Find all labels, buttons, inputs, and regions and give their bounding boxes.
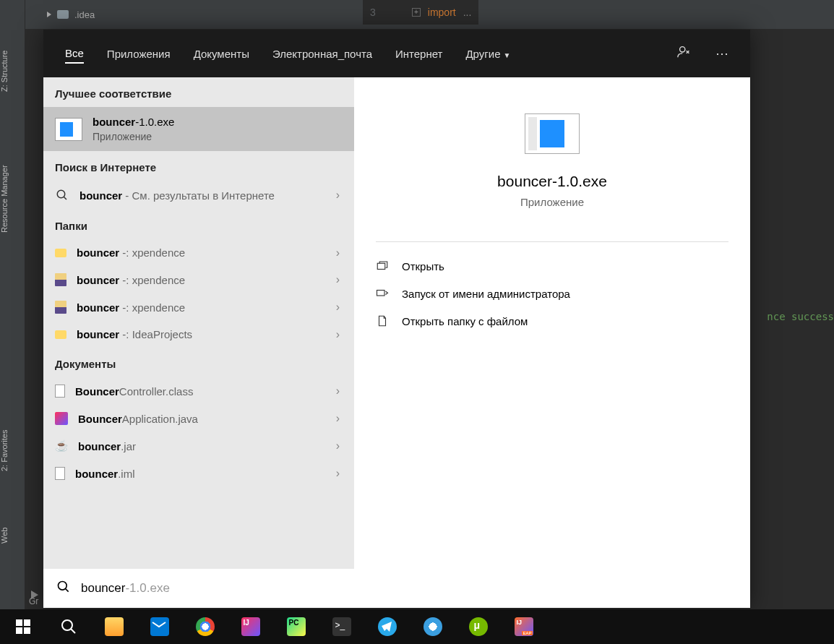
svg-point-4: [59, 581, 67, 590]
chevron-right-icon: ›: [336, 328, 340, 341]
document-result[interactable]: bouncer.iml›: [43, 460, 354, 487]
taskbar-telegram[interactable]: [364, 609, 410, 644]
section-web-search: Поиск в Интернете: [43, 151, 354, 181]
taskbar-mail[interactable]: [137, 609, 182, 644]
document-result[interactable]: ☕bouncer.jar›: [43, 432, 354, 460]
project-tree-folder[interactable]: .idea: [25, 9, 95, 20]
section-folders: Папки: [43, 210, 354, 239]
open-icon: [376, 259, 389, 272]
best-match-result[interactable]: bouncer-1.0.exe Приложение: [43, 107, 354, 151]
search-tab-documents[interactable]: Документы: [194, 45, 249, 63]
intellij-icon: [55, 412, 68, 425]
chevron-right-icon: ›: [336, 273, 340, 286]
svg-point-1: [57, 190, 65, 198]
document-icon: [55, 467, 65, 480]
search-tab-other[interactable]: Другие▼: [465, 45, 510, 63]
action-run-admin-label: Запуск от имени администратора: [402, 288, 570, 300]
action-run-admin[interactable]: Запуск от имени администратора: [376, 287, 728, 300]
result-text: bouncer -: xpendence: [77, 246, 343, 259]
folder-icon: [55, 330, 66, 339]
search-tab-internet[interactable]: Интернет: [395, 45, 442, 63]
line-number: 3: [370, 7, 405, 18]
result-text: bouncer.iml: [75, 468, 343, 480]
gradle-label: Gr: [29, 596, 38, 606]
start-button[interactable]: [0, 609, 46, 644]
search-tab-apps[interactable]: Приложения: [107, 45, 171, 63]
ide-left-sidebar: Z: Structure Resource Manager 2: Favorit…: [0, 0, 25, 609]
svg-rect-3: [377, 291, 385, 296]
taskbar-intellij-eap[interactable]: IJEAP: [501, 609, 546, 644]
preview-title: bouncer-1.0.exe: [497, 173, 607, 190]
more-options-icon[interactable]: ⋯: [715, 46, 728, 61]
sidebar-tab-resource-manager[interactable]: Resource Manager: [0, 137, 9, 239]
taskbar-intellij[interactable]: IJ: [228, 609, 273, 644]
section-best-match: Лучшее соответствие: [43, 77, 354, 107]
chevron-right-icon: ›: [336, 246, 340, 259]
svg-rect-2: [377, 263, 385, 269]
editor-import-line: 3 + import ...: [363, 0, 478, 25]
result-text: bouncer.jar: [78, 440, 343, 452]
taskbar-app-blue[interactable]: [410, 609, 455, 644]
app-icon: [55, 118, 82, 141]
expand-triangle-icon: [47, 12, 51, 17]
sidebar-tab-structure[interactable]: Z: Structure: [0, 25, 9, 98]
folder-location-icon: [376, 314, 389, 327]
folder-name: .idea: [74, 9, 95, 20]
folder-result[interactable]: bouncer -: xpendence›: [43, 239, 354, 266]
sidebar-tab-web[interactable]: Web: [0, 506, 9, 549]
svg-rect-7: [16, 627, 22, 634]
svg-point-9: [62, 620, 72, 630]
fold-plus-icon[interactable]: +: [412, 8, 421, 17]
action-open[interactable]: Открыть: [376, 259, 728, 272]
taskbar-chrome[interactable]: [182, 609, 228, 644]
result-text: BouncerController.class: [75, 385, 343, 398]
feedback-icon[interactable]: [676, 44, 692, 64]
document-result[interactable]: BouncerApplication.java›: [43, 405, 354, 432]
taskbar-search-button[interactable]: [46, 609, 91, 644]
taskbar-utorrent[interactable]: μ: [455, 609, 501, 644]
result-text: BouncerApplication.java: [78, 413, 343, 425]
folder-icon: [55, 273, 66, 286]
search-preview-pane: bouncer-1.0.exe Приложение Открыть Запус…: [354, 77, 750, 569]
taskbar-terminal[interactable]: >_: [319, 609, 364, 644]
build-success-text: nce success: [767, 311, 834, 322]
chevron-right-icon: ›: [336, 189, 340, 202]
folder-result[interactable]: bouncer -: xpendence›: [43, 266, 354, 293]
search-input-bar[interactable]: bouncer-1.0.exe: [43, 569, 750, 608]
ellipsis: ...: [463, 7, 472, 18]
chevron-right-icon: ›: [336, 301, 340, 314]
divider: [376, 241, 728, 242]
windows-taskbar: IJ PC >_ μ IJEAP: [0, 609, 834, 644]
best-match-subtitle: Приложение: [93, 131, 174, 142]
web-search-text: bouncer - См. результаты в Интернете: [79, 189, 343, 202]
chevron-right-icon: ›: [336, 439, 340, 452]
web-search-result[interactable]: bouncer - См. результаты в Интернете ›: [43, 181, 354, 210]
search-tab-email[interactable]: Электронная_почта: [272, 45, 372, 63]
action-open-folder-label: Открыть папку с файлом: [402, 315, 528, 327]
section-documents: Документы: [43, 348, 354, 377]
java-icon: ☕: [55, 439, 68, 452]
chevron-right-icon: ›: [336, 467, 340, 480]
search-tab-all[interactable]: Все: [65, 44, 84, 64]
result-text: bouncer -: xpendence: [77, 274, 343, 286]
folder-icon: [55, 249, 66, 257]
search-icon: [55, 188, 69, 202]
folder-result[interactable]: bouncer -: IdeaProjects›: [43, 321, 354, 348]
document-icon: [55, 385, 65, 398]
document-result[interactable]: BouncerController.class›: [43, 377, 354, 405]
taskbar-file-explorer[interactable]: [91, 609, 137, 644]
action-open-label: Открыть: [402, 260, 444, 272]
sidebar-tab-favorites[interactable]: 2: Favorites: [0, 405, 9, 477]
svg-rect-8: [24, 627, 30, 634]
result-text: bouncer -: IdeaProjects: [77, 328, 343, 340]
folder-result[interactable]: bouncer -: xpendence›: [43, 293, 354, 321]
taskbar-pycharm[interactable]: PC: [273, 609, 319, 644]
search-icon: [56, 580, 71, 598]
search-body: Лучшее соответствие bouncer-1.0.exe Прил…: [43, 77, 750, 569]
action-open-folder[interactable]: Открыть папку с файлом: [376, 314, 728, 327]
result-text: bouncer -: xpendence: [77, 301, 343, 314]
preview-subtitle: Приложение: [520, 196, 584, 208]
windows-search-panel: Все Приложения Документы Электронная_поч…: [43, 30, 750, 608]
folder-icon: [55, 301, 66, 314]
folder-icon: [57, 10, 69, 19]
